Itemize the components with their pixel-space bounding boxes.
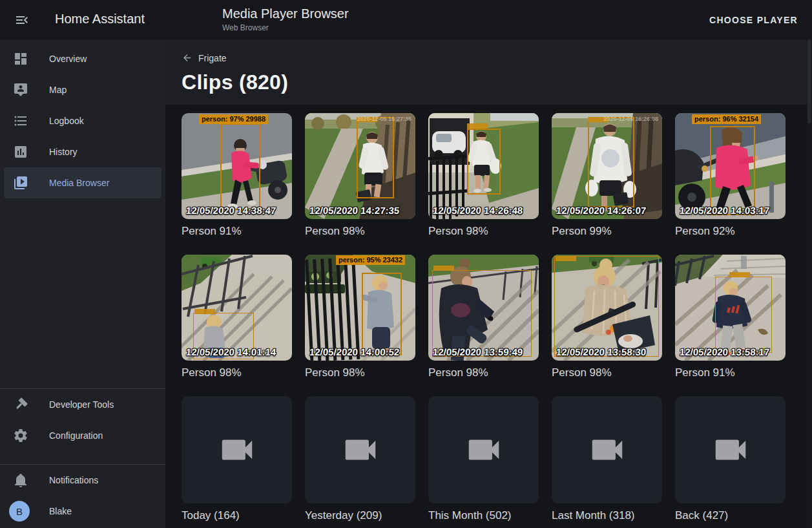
clip-thumbnail: 2020-12-05 16:26:08 12/05/2020 14:26:07 xyxy=(552,113,662,219)
sidebar-item-user[interactable]: B Blake xyxy=(0,496,165,527)
clip-caption: Person 98% xyxy=(305,225,415,238)
folder-thumbnail xyxy=(428,396,539,503)
menu-open-icon xyxy=(14,12,30,28)
clip-card[interactable]: 12/05/2020 14:01:14 Person 98% xyxy=(182,255,292,379)
tooltip-account-icon xyxy=(13,82,28,98)
page-title: Media Player Browser xyxy=(222,6,349,21)
detection-mini-label xyxy=(433,266,454,271)
timestamp-overlay: 12/05/2020 13:59:49 xyxy=(432,346,523,357)
folder-card-last-month[interactable]: Last Month (318) xyxy=(552,396,662,522)
folder-card-this-month[interactable]: This Month (502) xyxy=(428,396,539,522)
main-content: Frigate Clips (820) xyxy=(165,39,812,528)
detection-label: person: 95% 23432 xyxy=(336,255,405,265)
detection-bbox xyxy=(220,123,260,210)
view-dashboard-icon xyxy=(13,51,28,67)
timestamp-overlay: 12/05/2020 14:26:48 xyxy=(432,205,523,216)
timestamp-overlay: 12/05/2020 14:38:47 xyxy=(185,205,276,216)
sidebar-item-overview[interactable]: Overview xyxy=(0,43,165,74)
clip-thumbnail: 12/05/2020 14:26:48 xyxy=(428,113,539,219)
choose-player-button[interactable]: CHOOSE PLAYER xyxy=(704,0,803,39)
sidebar-item-history[interactable]: History xyxy=(0,136,165,167)
breadcrumb-back[interactable]: Frigate xyxy=(182,52,227,63)
detection-bbox xyxy=(554,256,659,357)
format-list-bulleted-icon xyxy=(13,113,28,129)
sidebar-item-media-browser[interactable]: Media Browser xyxy=(4,167,161,198)
sidebar-item-developer-tools[interactable]: Developer Tools xyxy=(0,389,165,420)
cog-icon xyxy=(13,428,28,443)
detection-bbox xyxy=(710,126,755,215)
detection-mini-label xyxy=(556,256,576,261)
sidebar-item-notifications[interactable]: Notifications xyxy=(0,465,165,496)
detection-label: person: 97% 29988 xyxy=(199,114,268,124)
folder-card-today[interactable]: Today (164) xyxy=(182,396,292,522)
timestamp-overlay: 12/05/2020 14:03:17 xyxy=(679,205,769,216)
clip-card[interactable]: 12/05/2020 13:58:17 Person 91% xyxy=(675,255,786,379)
clip-caption: Person 99% xyxy=(552,225,662,238)
clip-caption: Person 98% xyxy=(428,366,539,379)
clip-card[interactable]: 12/05/2020 13:59:49 Person 98% xyxy=(428,255,539,379)
chart-box-icon xyxy=(13,144,28,160)
sidebar-item-logbook[interactable]: Logbook xyxy=(0,105,165,136)
media-browser-header: Frigate Clips (820) xyxy=(165,39,812,105)
hammer-icon xyxy=(13,397,28,412)
timestamp-overlay: 12/05/2020 13:58:30 xyxy=(556,346,646,357)
folder-card-yesterday[interactable]: Yesterday (209) xyxy=(305,396,415,522)
folder-thumbnail xyxy=(552,396,662,503)
folder-label: Yesterday (209) xyxy=(305,509,415,522)
folder-card-back[interactable]: Back (427) xyxy=(675,396,786,522)
clip-caption: Person 91% xyxy=(182,225,292,238)
video-icon xyxy=(587,430,627,470)
clips-grid: person: 97% 29988 12/05/2020 14:38:47 Pe… xyxy=(182,113,812,522)
clip-card[interactable]: 12/05/2020 13:58:30 Person 98% xyxy=(552,255,662,379)
clip-thumbnail: person: 96% 32154 12/05/2020 14:03:17 xyxy=(675,113,786,219)
page-subtitle: Web Browser xyxy=(222,23,349,32)
menu-button[interactable] xyxy=(6,5,37,36)
timestamp-overlay: 12/05/2020 14:27:35 xyxy=(309,205,399,216)
detection-bbox xyxy=(362,273,402,355)
folder-label: Today (164) xyxy=(182,509,292,522)
clip-thumbnail: 2020-12-05 16:27:35 12/05/2020 14:27:35 xyxy=(305,113,415,219)
clip-card[interactable]: 12/05/2020 14:26:48 Person 98% xyxy=(428,113,539,238)
detection-mini-label xyxy=(467,123,488,129)
clip-caption: Person 98% xyxy=(428,225,539,238)
clip-caption: Person 98% xyxy=(552,366,662,379)
clip-caption: Person 92% xyxy=(675,225,786,238)
sidebar: Overview Map Logbook History Media Brows… xyxy=(0,39,165,528)
video-icon xyxy=(464,430,504,470)
clip-card[interactable]: 2020-12-05 16:26:08 12/05/2020 14:26:07 … xyxy=(552,113,662,238)
clip-thumbnail: person: 97% 29988 12/05/2020 14:38:47 xyxy=(182,113,292,219)
breadcrumb-label: Frigate xyxy=(198,53,227,63)
avatar: B xyxy=(9,501,30,522)
video-icon xyxy=(340,430,380,470)
clip-thumbnail: 12/05/2020 13:59:49 xyxy=(428,255,539,361)
clip-caption: Person 91% xyxy=(675,366,786,379)
clip-card[interactable]: person: 95% 23432 12/05/2020 14:00:52 Pe… xyxy=(305,255,415,379)
camera-osd-timestamp: 2020-12-05 16:27:35 xyxy=(357,116,411,122)
page-heading: Clips (820) xyxy=(182,70,812,94)
clip-card[interactable]: person: 97% 29988 12/05/2020 14:38:47 Pe… xyxy=(182,113,292,238)
clip-thumbnail: 12/05/2020 13:58:30 xyxy=(552,255,662,361)
scrollbar-track[interactable] xyxy=(807,39,812,528)
folder-label: Back (427) xyxy=(675,509,786,522)
folder-thumbnail xyxy=(182,396,292,503)
clip-card[interactable]: 2020-12-05 16:27:35 12/05/2020 14:27:35 … xyxy=(305,113,415,238)
top-app-bar: Home Assistant Media Player Browser Web … xyxy=(0,0,812,39)
detection-bbox xyxy=(467,129,501,195)
detection-mini-label xyxy=(194,309,215,314)
camera-osd-timestamp: 2020-12-05 16:26:08 xyxy=(603,116,658,122)
folder-thumbnail xyxy=(305,396,415,503)
timestamp-overlay: 12/05/2020 14:26:07 xyxy=(556,205,646,216)
arrow-left-icon xyxy=(182,52,193,63)
detection-mini-label xyxy=(729,272,750,277)
timestamp-overlay: 12/05/2020 14:01:14 xyxy=(185,346,276,357)
play-box-multiple-icon xyxy=(13,175,28,191)
folder-thumbnail xyxy=(675,396,786,503)
detection-label: person: 96% 32154 xyxy=(692,114,761,124)
timestamp-overlay: 12/05/2020 13:58:17 xyxy=(679,346,769,357)
detection-bbox xyxy=(357,117,394,198)
sidebar-item-map[interactable]: Map xyxy=(0,74,165,105)
sidebar-item-configuration[interactable]: Configuration xyxy=(0,420,165,451)
folder-label: Last Month (318) xyxy=(552,509,662,522)
scrollbar-thumb[interactable] xyxy=(807,39,811,123)
clip-card[interactable]: person: 96% 32154 12/05/2020 14:03:17 Pe… xyxy=(675,113,786,238)
